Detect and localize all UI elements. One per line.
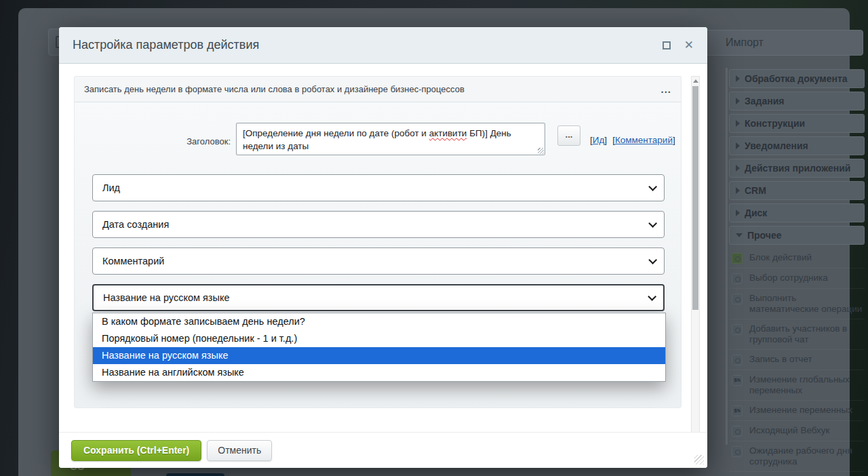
title-value-part: [Определение дня недели по дате (робот и (243, 128, 429, 138)
chevron-down-icon (648, 182, 657, 191)
dialog-scrollbar[interactable] (691, 76, 700, 432)
dropdown-option[interactable]: Порядковый номер (понедельник - 1 и т.д.… (93, 330, 665, 347)
dropdown-list: В каком формате записываем день недели?П… (92, 313, 666, 382)
scrollbar-thumb[interactable] (692, 86, 698, 310)
parameters-form: Заголовок: [Определение дня недели по да… (74, 102, 682, 408)
dropdown-option[interactable]: Название на русском языке (93, 347, 665, 364)
title-field-textarea[interactable]: [Определение дня недели по дате (робот и… (236, 123, 545, 155)
select-value: Дата создания (102, 219, 648, 230)
comment-link[interactable]: Комментарий (615, 135, 673, 145)
dropdown-option[interactable]: Название на английском языке (93, 364, 665, 381)
dialog-body: Записать день недели в формате числа или… (59, 64, 707, 432)
chevron-down-icon (648, 292, 656, 301)
select-value: Лид (102, 182, 648, 193)
parameter-select-2[interactable]: Дата создания (92, 211, 665, 238)
parameter-select-1[interactable]: Лид (92, 174, 665, 201)
dialog-resize-grip-icon[interactable] (694, 455, 704, 464)
action-description-bar: Записать день недели в формате числа или… (74, 76, 682, 102)
select-value: Комментарий (102, 256, 648, 266)
maximize-icon[interactable] (663, 41, 671, 49)
select-value: Название на русском языке (103, 292, 648, 303)
title-more-button[interactable]: ... (557, 125, 580, 146)
dialog-title: Настройка параметров действия (73, 38, 663, 52)
dialog-footer: Сохранить (Ctrl+Enter) Отменить (59, 432, 707, 468)
bracket: ] (673, 135, 675, 145)
title-field-label: Заголовок: (129, 136, 231, 146)
parameter-select-3[interactable]: Комментарий (92, 247, 665, 275)
id-link[interactable]: Ид (593, 135, 605, 145)
ellipsis-menu-icon[interactable]: ... (660, 83, 671, 95)
title-value-misspelled: активити (429, 128, 467, 138)
scroll-up-icon[interactable] (692, 77, 699, 85)
save-button[interactable]: Сохранить (Ctrl+Enter) (71, 440, 201, 461)
close-icon[interactable]: ✕ (684, 39, 694, 51)
parameter-select-4[interactable]: Название на русском языке (92, 284, 665, 311)
textarea-resize-grip-icon[interactable] (538, 148, 544, 154)
cancel-button[interactable]: Отменить (207, 440, 272, 461)
action-settings-dialog: Настройка параметров действия ✕ Записать… (59, 27, 707, 468)
dialog-titlebar: Настройка параметров действия ✕ (59, 27, 707, 64)
action-description: Записать день недели в формате числа или… (84, 84, 660, 94)
chevron-down-icon (648, 256, 657, 264)
dropdown-option[interactable]: В каком формате записываем день недели? (93, 313, 665, 330)
insert-links: [Ид][Комментарий] (590, 135, 675, 145)
bracket: ] (604, 135, 607, 145)
chevron-down-icon (648, 219, 657, 228)
